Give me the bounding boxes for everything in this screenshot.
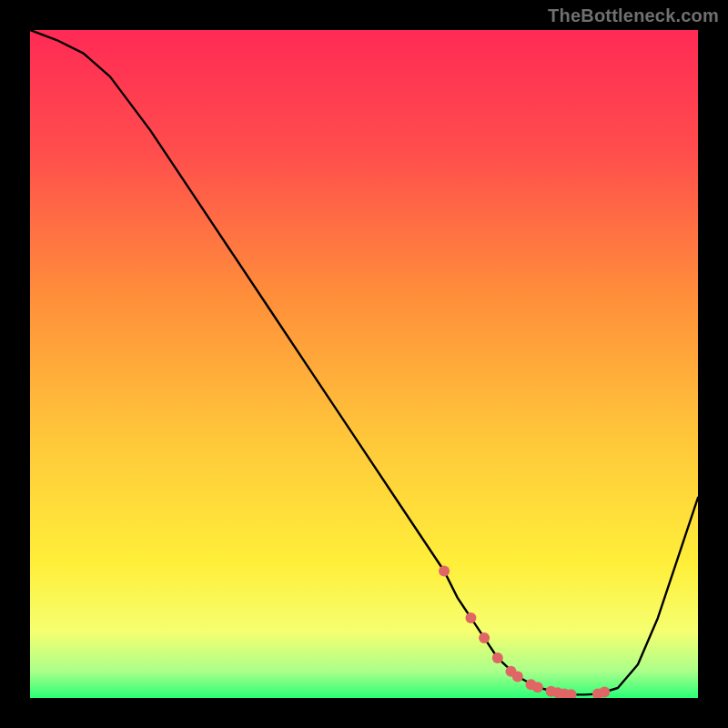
chart-plot-area xyxy=(30,30,698,698)
marker-point xyxy=(479,632,490,643)
marker-point xyxy=(599,686,610,697)
marker-point xyxy=(512,672,523,682)
attribution-text: TheBottleneck.com xyxy=(548,5,719,26)
marker-point xyxy=(439,566,450,577)
gradient-background xyxy=(30,30,698,698)
marker-point xyxy=(465,612,476,623)
marker-point xyxy=(492,652,503,663)
marker-point xyxy=(532,682,543,693)
